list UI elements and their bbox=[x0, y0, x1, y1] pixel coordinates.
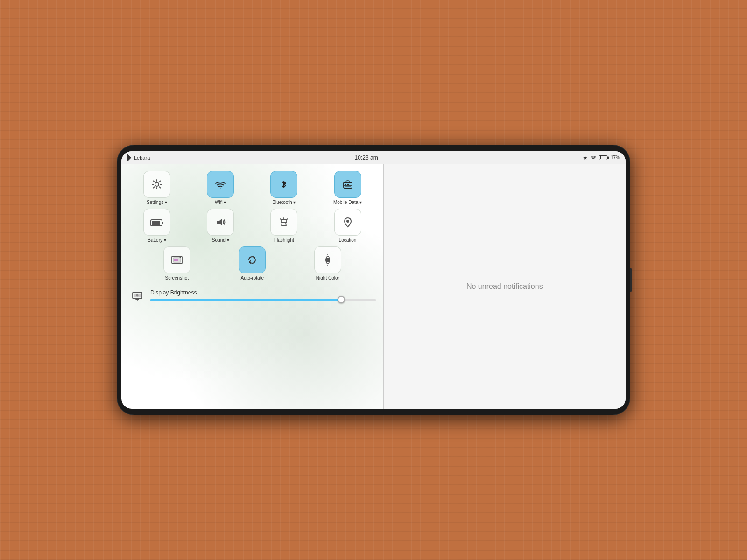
signal-icon bbox=[127, 154, 131, 162]
no-notifications-text: No unread notifications bbox=[466, 282, 543, 291]
svg-point-0 bbox=[155, 182, 159, 186]
bluetooth-icon-box bbox=[270, 171, 297, 198]
battery-status bbox=[599, 155, 607, 160]
carrier-name: Lebara bbox=[134, 155, 150, 161]
sound-icon bbox=[214, 216, 227, 229]
location-tile[interactable]: Location bbox=[317, 209, 377, 243]
wifi-tile[interactable]: Wifi ▾ bbox=[190, 171, 250, 205]
bluetooth-icon bbox=[277, 178, 290, 191]
side-button[interactable] bbox=[630, 268, 632, 292]
display-brightness-icon bbox=[130, 289, 144, 302]
sound-label: Sound ▾ bbox=[212, 238, 229, 243]
svg-rect-8 bbox=[152, 221, 160, 225]
screenshot-tile[interactable]: Screenshot bbox=[141, 246, 213, 280]
night-color-label: Night Color bbox=[316, 275, 339, 280]
svg-line-12 bbox=[280, 219, 282, 220]
carrier-info: Lebara bbox=[127, 154, 150, 162]
mobile-data-tile[interactable]: Mobile Data ▾ bbox=[317, 171, 377, 205]
auto-rotate-icon bbox=[246, 253, 259, 266]
sound-tile[interactable]: Sound ▾ bbox=[190, 209, 250, 243]
flashlight-label: Flashlight bbox=[274, 238, 294, 243]
status-icons: ★ 17% bbox=[583, 154, 620, 161]
slider-thumb[interactable] bbox=[338, 296, 345, 303]
night-color-icon bbox=[321, 253, 334, 266]
svg-rect-9 bbox=[162, 222, 163, 224]
bluetooth-label: Bluetooth ▾ bbox=[272, 200, 296, 205]
settings-tile[interactable]: Settings ▾ bbox=[127, 171, 187, 205]
battery-fill bbox=[600, 156, 601, 159]
svg-point-25 bbox=[136, 294, 139, 297]
qs-row-1: Settings ▾ Wifi ▾ bbox=[127, 171, 378, 243]
screenshot-label: Screenshot bbox=[165, 275, 189, 280]
battery-tile[interactable]: Battery ▾ bbox=[127, 209, 187, 243]
bluetooth-tile[interactable]: Bluetooth ▾ bbox=[254, 171, 314, 205]
sound-icon-box bbox=[207, 209, 234, 236]
settings-icon bbox=[150, 178, 163, 191]
quick-settings-panel: Settings ▾ Wifi ▾ bbox=[121, 164, 384, 409]
auto-rotate-tile[interactable]: Auto-rotate bbox=[217, 246, 289, 280]
notifications-panel: No unread notifications bbox=[384, 164, 626, 409]
mobile-data-icon bbox=[341, 178, 354, 191]
svg-rect-2 bbox=[345, 184, 346, 185]
mobile-data-icon-box bbox=[334, 171, 361, 198]
auto-rotate-icon-box bbox=[239, 246, 266, 273]
battery-body bbox=[599, 155, 607, 160]
wifi-label: Wifi ▾ bbox=[215, 200, 226, 205]
status-bar: Lebara 10:23 am ★ 17% bbox=[121, 151, 626, 164]
battery-icon-box bbox=[143, 209, 170, 236]
slider-fill bbox=[150, 299, 342, 301]
svg-rect-10 bbox=[281, 219, 287, 223]
night-color-tile[interactable]: Night Color bbox=[292, 246, 364, 280]
brightness-icon bbox=[129, 287, 146, 304]
wifi-status-icon bbox=[590, 155, 597, 161]
status-time: 10:23 am bbox=[150, 154, 583, 161]
screenshot-icon-box bbox=[163, 246, 190, 273]
auto-rotate-label: Auto-rotate bbox=[241, 275, 264, 280]
phone-screen: Lebara 10:23 am ★ 17% bbox=[121, 151, 626, 409]
brightness-label: Display Brightness bbox=[150, 289, 376, 296]
wifi-icon bbox=[214, 178, 227, 191]
flashlight-icon-box bbox=[270, 209, 297, 236]
phone-device: Lebara 10:23 am ★ 17% bbox=[117, 145, 630, 415]
mobile-data-label: Mobile Data ▾ bbox=[333, 200, 362, 205]
qs-row-3: Screenshot Auto-rotate bbox=[127, 246, 378, 280]
svg-point-14 bbox=[346, 220, 349, 223]
settings-icon-box bbox=[143, 171, 170, 198]
main-area: Settings ▾ Wifi ▾ bbox=[121, 164, 626, 409]
flashlight-icon bbox=[277, 216, 290, 229]
battery-tile-icon bbox=[149, 216, 164, 229]
brightness-slider[interactable] bbox=[150, 298, 376, 302]
brightness-control: Display Brightness bbox=[150, 289, 376, 302]
settings-label: Settings ▾ bbox=[147, 200, 167, 205]
svg-rect-17 bbox=[174, 259, 178, 261]
flashlight-tile[interactable]: Flashlight bbox=[254, 209, 314, 243]
bluetooth-status-icon: ★ bbox=[583, 154, 588, 161]
location-icon bbox=[341, 216, 354, 229]
battery-percent: 17% bbox=[611, 155, 620, 160]
night-color-icon-box bbox=[314, 246, 341, 273]
svg-point-18 bbox=[179, 257, 181, 258]
brightness-row: Display Brightness bbox=[127, 284, 378, 306]
screenshot-icon bbox=[170, 253, 184, 266]
svg-rect-3 bbox=[347, 184, 349, 185]
location-icon-box bbox=[334, 209, 361, 236]
location-label: Location bbox=[339, 238, 357, 243]
wifi-icon-box bbox=[207, 171, 234, 198]
battery-label: Battery ▾ bbox=[148, 238, 166, 243]
